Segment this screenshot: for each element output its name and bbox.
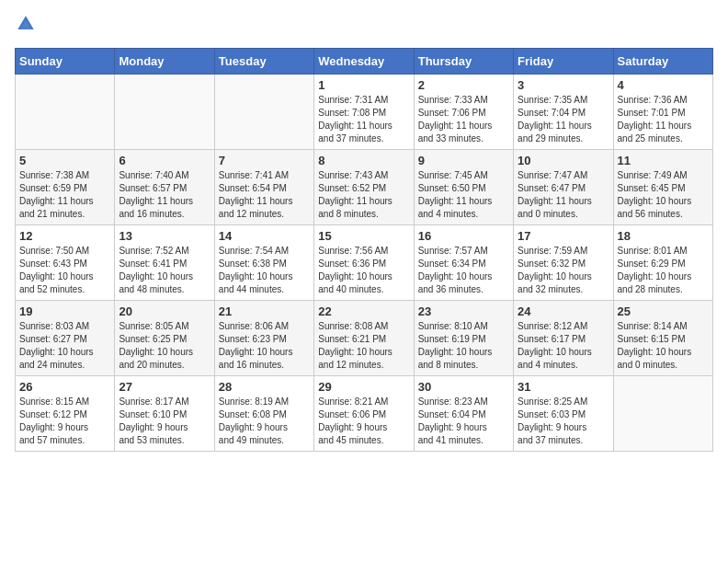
day-number: 11	[618, 154, 709, 167]
calendar-cell: 10Sunrise: 7:47 AM Sunset: 6:47 PM Dayli…	[514, 150, 613, 225]
day-info: Sunrise: 8:01 AM Sunset: 6:29 PM Dayligh…	[618, 245, 709, 296]
day-number: 26	[19, 380, 110, 394]
day-info: Sunrise: 8:25 AM Sunset: 6:03 PM Dayligh…	[518, 396, 609, 447]
calendar-cell: 31Sunrise: 8:25 AM Sunset: 6:03 PM Dayli…	[514, 376, 613, 452]
day-number: 21	[219, 304, 310, 318]
day-info: Sunrise: 7:57 AM Sunset: 6:34 PM Dayligh…	[418, 245, 509, 296]
calendar-week-row: 1Sunrise: 7:31 AM Sunset: 7:08 PM Daylig…	[16, 75, 713, 150]
calendar-week-row: 26Sunrise: 8:15 AM Sunset: 6:12 PM Dayli…	[16, 376, 713, 452]
calendar-header-row: SundayMondayTuesdayWednesdayThursdayFrid…	[16, 49, 713, 75]
day-info: Sunrise: 8:15 AM Sunset: 6:12 PM Dayligh…	[19, 396, 110, 447]
day-number: 23	[418, 304, 509, 318]
calendar-cell	[613, 376, 712, 452]
day-number: 13	[119, 229, 210, 243]
calendar-cell	[115, 75, 214, 150]
day-info: Sunrise: 7:40 AM Sunset: 6:57 PM Dayligh…	[119, 169, 210, 221]
day-info: Sunrise: 8:14 AM Sunset: 6:15 PM Dayligh…	[618, 320, 709, 372]
day-number: 25	[618, 304, 709, 318]
day-number: 24	[518, 304, 609, 318]
calendar-week-row: 19Sunrise: 8:03 AM Sunset: 6:27 PM Dayli…	[16, 301, 713, 376]
day-info: Sunrise: 7:31 AM Sunset: 7:08 PM Dayligh…	[318, 94, 409, 145]
day-number: 19	[19, 304, 110, 318]
logo	[15, 15, 39, 37]
day-number: 2	[418, 78, 509, 92]
day-info: Sunrise: 8:05 AM Sunset: 6:25 PM Dayligh…	[119, 320, 210, 372]
day-number: 18	[618, 229, 709, 243]
calendar-cell: 28Sunrise: 8:19 AM Sunset: 6:08 PM Dayli…	[214, 376, 313, 452]
day-number: 6	[119, 154, 210, 167]
day-info: Sunrise: 8:23 AM Sunset: 6:04 PM Dayligh…	[418, 396, 509, 447]
calendar-cell: 26Sunrise: 8:15 AM Sunset: 6:12 PM Dayli…	[16, 376, 115, 452]
day-info: Sunrise: 7:52 AM Sunset: 6:41 PM Dayligh…	[119, 245, 210, 296]
day-number: 5	[19, 154, 110, 167]
day-info: Sunrise: 8:12 AM Sunset: 6:17 PM Dayligh…	[518, 320, 609, 372]
day-of-week-header: Monday	[115, 49, 214, 75]
day-info: Sunrise: 8:19 AM Sunset: 6:08 PM Dayligh…	[219, 396, 310, 447]
calendar-cell: 18Sunrise: 8:01 AM Sunset: 6:29 PM Dayli…	[613, 225, 712, 301]
calendar-cell: 21Sunrise: 8:06 AM Sunset: 6:23 PM Dayli…	[214, 301, 313, 376]
calendar-week-row: 5Sunrise: 7:38 AM Sunset: 6:59 PM Daylig…	[16, 150, 713, 225]
day-of-week-header: Sunday	[16, 49, 115, 75]
calendar-cell: 5Sunrise: 7:38 AM Sunset: 6:59 PM Daylig…	[16, 150, 115, 225]
calendar: SundayMondayTuesdayWednesdayThursdayFrid…	[15, 48, 713, 452]
calendar-cell: 4Sunrise: 7:36 AM Sunset: 7:01 PM Daylig…	[613, 75, 712, 150]
day-of-week-header: Tuesday	[214, 49, 313, 75]
day-number: 20	[119, 304, 210, 318]
day-info: Sunrise: 7:54 AM Sunset: 6:38 PM Dayligh…	[219, 245, 310, 296]
day-of-week-header: Saturday	[613, 49, 712, 75]
calendar-cell: 29Sunrise: 8:21 AM Sunset: 6:06 PM Dayli…	[314, 376, 414, 452]
day-number: 9	[418, 154, 509, 167]
day-info: Sunrise: 7:56 AM Sunset: 6:36 PM Dayligh…	[318, 245, 409, 296]
day-info: Sunrise: 7:35 AM Sunset: 7:04 PM Dayligh…	[518, 94, 609, 145]
calendar-cell: 17Sunrise: 7:59 AM Sunset: 6:32 PM Dayli…	[514, 225, 613, 301]
calendar-cell: 9Sunrise: 7:45 AM Sunset: 6:50 PM Daylig…	[414, 150, 513, 225]
day-number: 27	[119, 380, 210, 394]
calendar-cell	[16, 75, 115, 150]
day-info: Sunrise: 7:36 AM Sunset: 7:01 PM Dayligh…	[618, 94, 709, 145]
day-of-week-header: Thursday	[414, 49, 513, 75]
calendar-cell: 25Sunrise: 8:14 AM Sunset: 6:15 PM Dayli…	[613, 301, 712, 376]
day-info: Sunrise: 7:49 AM Sunset: 6:45 PM Dayligh…	[618, 169, 709, 221]
calendar-cell: 6Sunrise: 7:40 AM Sunset: 6:57 PM Daylig…	[115, 150, 214, 225]
day-number: 31	[518, 380, 609, 394]
day-number: 8	[318, 154, 409, 167]
day-number: 17	[518, 229, 609, 243]
day-number: 22	[318, 304, 409, 318]
calendar-cell: 14Sunrise: 7:54 AM Sunset: 6:38 PM Dayli…	[214, 225, 313, 301]
day-of-week-header: Friday	[514, 49, 613, 75]
day-info: Sunrise: 7:38 AM Sunset: 6:59 PM Dayligh…	[19, 169, 110, 221]
calendar-cell: 16Sunrise: 7:57 AM Sunset: 6:34 PM Dayli…	[414, 225, 513, 301]
day-info: Sunrise: 7:59 AM Sunset: 6:32 PM Dayligh…	[518, 245, 609, 296]
day-info: Sunrise: 8:06 AM Sunset: 6:23 PM Dayligh…	[219, 320, 310, 372]
calendar-cell: 1Sunrise: 7:31 AM Sunset: 7:08 PM Daylig…	[314, 75, 414, 150]
calendar-week-row: 12Sunrise: 7:50 AM Sunset: 6:43 PM Dayli…	[16, 225, 713, 301]
calendar-cell: 13Sunrise: 7:52 AM Sunset: 6:41 PM Dayli…	[115, 225, 214, 301]
day-info: Sunrise: 8:03 AM Sunset: 6:27 PM Dayligh…	[19, 320, 110, 372]
day-number: 4	[618, 78, 709, 92]
day-of-week-header: Wednesday	[314, 49, 414, 75]
day-number: 10	[518, 154, 609, 167]
calendar-cell: 30Sunrise: 8:23 AM Sunset: 6:04 PM Dayli…	[414, 376, 513, 452]
day-info: Sunrise: 7:33 AM Sunset: 7:06 PM Dayligh…	[418, 94, 509, 145]
calendar-cell: 27Sunrise: 8:17 AM Sunset: 6:10 PM Dayli…	[115, 376, 214, 452]
day-info: Sunrise: 7:45 AM Sunset: 6:50 PM Dayligh…	[418, 169, 509, 221]
calendar-cell: 12Sunrise: 7:50 AM Sunset: 6:43 PM Dayli…	[16, 225, 115, 301]
calendar-cell: 3Sunrise: 7:35 AM Sunset: 7:04 PM Daylig…	[514, 75, 613, 150]
day-info: Sunrise: 7:43 AM Sunset: 6:52 PM Dayligh…	[318, 169, 409, 221]
day-info: Sunrise: 7:41 AM Sunset: 6:54 PM Dayligh…	[219, 169, 310, 221]
calendar-cell: 7Sunrise: 7:41 AM Sunset: 6:54 PM Daylig…	[214, 150, 313, 225]
day-number: 28	[219, 380, 310, 394]
day-number: 15	[318, 229, 409, 243]
calendar-cell: 24Sunrise: 8:12 AM Sunset: 6:17 PM Dayli…	[514, 301, 613, 376]
day-number: 14	[219, 229, 310, 243]
day-info: Sunrise: 7:47 AM Sunset: 6:47 PM Dayligh…	[518, 169, 609, 221]
calendar-cell: 19Sunrise: 8:03 AM Sunset: 6:27 PM Dayli…	[16, 301, 115, 376]
day-number: 3	[518, 78, 609, 92]
page-header	[15, 15, 713, 37]
day-info: Sunrise: 8:17 AM Sunset: 6:10 PM Dayligh…	[119, 396, 210, 447]
day-info: Sunrise: 8:21 AM Sunset: 6:06 PM Dayligh…	[318, 396, 409, 447]
day-number: 30	[418, 380, 509, 394]
day-number: 12	[19, 229, 110, 243]
day-info: Sunrise: 8:08 AM Sunset: 6:21 PM Dayligh…	[318, 320, 409, 372]
day-info: Sunrise: 8:10 AM Sunset: 6:19 PM Dayligh…	[418, 320, 509, 372]
